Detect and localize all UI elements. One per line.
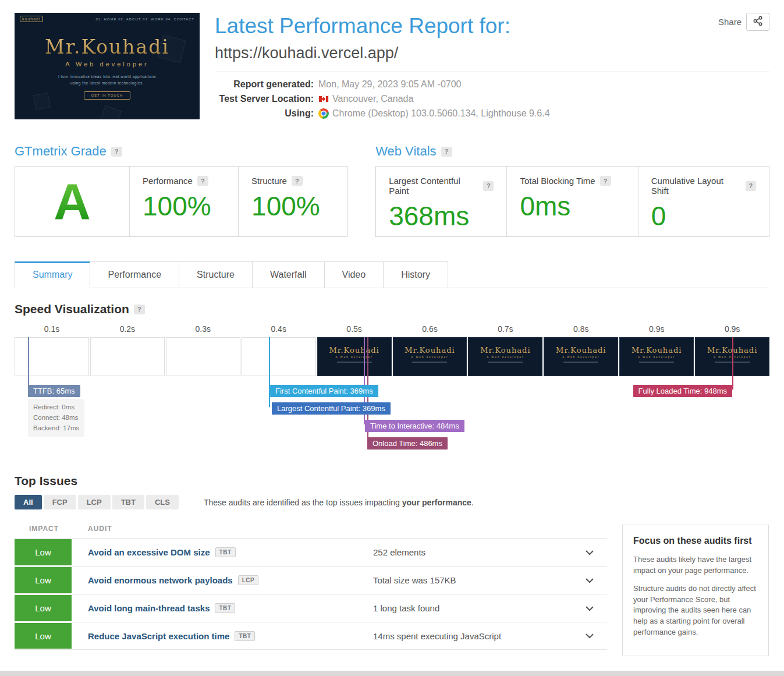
filter-cls[interactable]: CLS	[146, 495, 179, 509]
timeline-tick: 0.8s	[544, 324, 618, 334]
chevron-down-icon	[586, 631, 594, 641]
thumbnail-cta-button: GET IN TOUCH	[84, 91, 131, 100]
tab-video[interactable]: Video	[324, 261, 384, 288]
mini-site-title: Mr.Kouhadi	[393, 346, 467, 355]
filmstrip-area: Mr.Kouhadi A Web developer Mr.Kouhadi A …	[15, 337, 769, 456]
mini-site-subtitle: A Web developer	[318, 356, 391, 359]
focus-audits-panel: Focus on these audits first These audits…	[622, 525, 769, 656]
timeline-tick: 0.4s	[242, 324, 316, 334]
timeline-labels: 0.1s 0.2s 0.3s 0.4s 0.5s 0.6s 0.7s 0.8s …	[15, 324, 769, 334]
using-label: Using:	[215, 108, 314, 119]
issue-row[interactable]: Low Avoid an excessive DOM size TBT 252 …	[15, 538, 607, 566]
help-icon[interactable]: ?	[111, 147, 122, 157]
audit-link[interactable]: Avoid an excessive DOM size	[88, 547, 210, 557]
performance-label: Performance ?	[143, 176, 225, 186]
audit-link[interactable]: Avoid long main-thread tasks	[88, 603, 210, 613]
share-button[interactable]	[746, 13, 769, 31]
help-icon[interactable]: ?	[197, 176, 208, 186]
mini-site-title: Mr.Kouhadi	[469, 346, 542, 355]
tab-history[interactable]: History	[383, 261, 448, 288]
thumbnail-logo: kouhadi	[20, 16, 43, 22]
filter-all[interactable]: All	[15, 495, 42, 509]
timeline-tick: 0.3s	[166, 324, 240, 334]
filter-tbt[interactable]: TBT	[112, 495, 144, 509]
thumbnail-tagline: I turn innovative ideas into real-world …	[49, 73, 165, 86]
mini-site-title: Mr.Kouhadi	[318, 346, 391, 355]
help-icon[interactable]: ?	[134, 305, 145, 314]
impact-badge: Low	[15, 623, 72, 649]
performance-value: 100%	[143, 190, 225, 222]
report-header-info: Share Latest Performance Report for: htt…	[215, 13, 769, 123]
expand-row-button[interactable]	[572, 622, 607, 649]
lcp-badge: Largest Contentful Paint: 369ms	[272, 402, 391, 415]
ttfb-marker-line	[28, 337, 29, 390]
cls-value: 0	[651, 200, 756, 232]
using-value: Chrome (Desktop) 103.0.5060.134, Lightho…	[318, 108, 550, 119]
tab-performance[interactable]: Performance	[90, 261, 179, 288]
help-icon[interactable]: ?	[483, 181, 494, 191]
issue-row[interactable]: Low Avoid enormous network payloads LCP …	[15, 566, 607, 594]
audit-link[interactable]: Avoid enormous network payloads	[88, 575, 233, 585]
help-icon[interactable]: ?	[746, 181, 756, 191]
ttfb-details: Redirect: 0ms Connect: 48ms Backend: 17m…	[28, 399, 84, 437]
server-location-label: Test Server Location:	[215, 94, 314, 104]
help-icon[interactable]: ?	[292, 176, 303, 186]
expand-row-button[interactable]	[572, 594, 607, 622]
audit-detail: Total size was 157KB	[373, 567, 572, 594]
help-icon[interactable]: ?	[600, 176, 611, 186]
audit-detail: 1 long task found	[373, 594, 572, 622]
audit-detail: 252 elements	[373, 539, 572, 566]
top-issues-title: Top Issues	[15, 474, 769, 488]
audit-link[interactable]: Reduce JavaScript execution time	[88, 631, 229, 641]
timeline-tick: 0.7s	[468, 324, 542, 334]
meta-using: Using: Chrome (Desktop) 103.0.5060.134, …	[215, 108, 769, 119]
report-generated-value: Mon, May 29, 2023 9:05 AM -0700	[318, 79, 461, 90]
impact-badge: Low	[15, 567, 72, 593]
horizontal-scrollbar[interactable]	[0, 671, 784, 676]
tab-waterfall[interactable]: Waterfall	[252, 261, 325, 288]
filmstrip-frame-rendered: Mr.Kouhadi A Web developer	[544, 337, 618, 376]
timeline-tick: 0.9s	[695, 324, 769, 334]
audit-tag: TBT	[235, 631, 255, 641]
grade-letter: A	[54, 176, 91, 227]
tbt-value: 0ms	[520, 190, 625, 222]
timeline-tick: 0.9s	[619, 324, 694, 334]
timeline-tick: 0.2s	[90, 324, 165, 334]
site-screenshot-thumbnail: kouhadi 01. HOME 02. ABOUT 03. WORK 04. …	[15, 13, 200, 119]
expand-row-button[interactable]	[572, 539, 607, 566]
fully-loaded-badge: Fully Loaded Time: 948ms	[633, 385, 732, 397]
thumbnail-navbar: kouhadi 01. HOME 02. ABOUT 03. WORK 04. …	[15, 13, 200, 25]
focus-audits-title: Focus on these audits first	[633, 536, 758, 546]
filter-lcp[interactable]: LCP	[78, 495, 111, 509]
top-issues-section: Top Issues All FCP LCP TBT CLS These aud…	[15, 474, 769, 656]
share-control: Share	[718, 13, 769, 31]
report-url-link[interactable]: https://kouhadi.vercel.app/	[215, 44, 769, 62]
server-location-value: Vancouver, Canada	[318, 94, 413, 104]
lcp-metric: Largest Contentful Paint ? 368ms	[376, 167, 506, 236]
tab-structure[interactable]: Structure	[179, 261, 253, 288]
help-icon[interactable]: ?	[441, 147, 452, 157]
audit-cell: Avoid long main-thread tasks TBT	[72, 594, 373, 622]
mini-text-line	[412, 362, 447, 363]
issues-table-header: IMPACT AUDIT	[15, 525, 607, 538]
issue-row[interactable]: Low Avoid long main-thread tasks TBT 1 l…	[15, 594, 607, 622]
filter-fcp[interactable]: FCP	[44, 495, 76, 509]
mini-text-line	[563, 362, 598, 363]
expand-row-button[interactable]	[572, 567, 607, 594]
performance-metric: Performance ? 100%	[129, 167, 238, 236]
onload-badge: Onload Time: 486ms	[367, 437, 448, 450]
canada-flag-icon	[318, 95, 329, 102]
issue-row[interactable]: Low Reduce JavaScript execution time TBT…	[15, 622, 607, 650]
cls-metric: Cumulative Layout Shift ? 0	[638, 167, 769, 236]
tab-summary[interactable]: Summary	[15, 261, 90, 288]
filmstrip-frame-blank	[90, 337, 165, 376]
thumbnail-site-title: Mr.Kouhadi	[15, 36, 200, 58]
report-tabs: Summary Performance Structure Waterfall …	[15, 261, 769, 288]
filmstrip-frame-blank	[166, 337, 240, 376]
web-vitals-box: Largest Contentful Paint ? 368ms Total B…	[375, 166, 769, 237]
mini-site-subtitle: A Web developer	[544, 356, 618, 359]
page-title: Latest Performance Report for:	[215, 14, 769, 38]
mini-text-line	[639, 362, 674, 363]
audit-detail: 14ms spent executing JavaScript	[373, 622, 572, 649]
report-page: kouhadi 01. HOME 02. ABOUT 03. WORK 04. …	[0, 0, 784, 656]
